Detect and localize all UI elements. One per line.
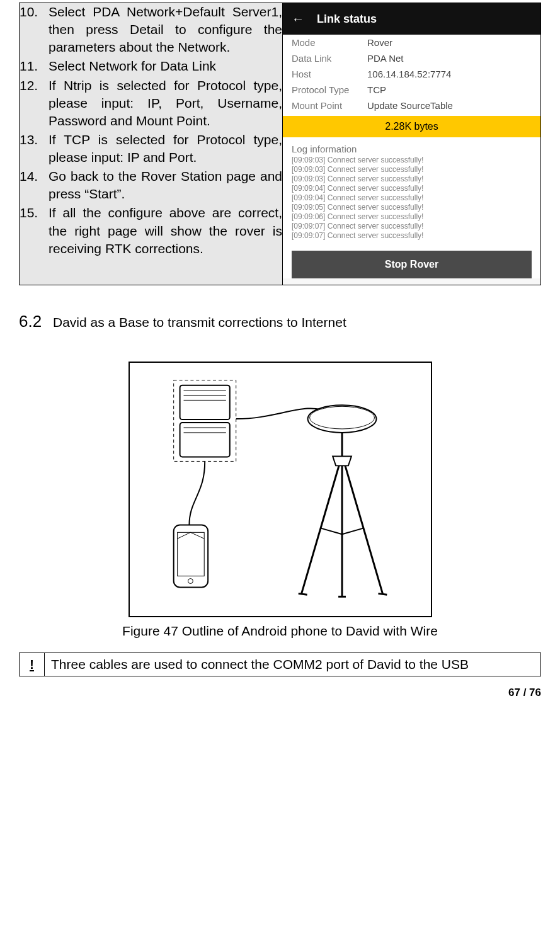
log-line: [09:09:03] Connect server successfully! [292, 156, 532, 165]
value-datalink: PDA Net [367, 53, 404, 64]
row-mount: Mount PointUpdate SourceTable [283, 98, 540, 113]
row-mode: ModeRover [283, 35, 540, 50]
step-11: Select Network for Data Link [49, 57, 282, 75]
figure-image [129, 362, 432, 617]
log-heading: Log information [283, 140, 540, 156]
svg-rect-10 [177, 532, 204, 576]
log-body: [09:09:03] Connect server successfully! … [283, 156, 540, 244]
svg-line-19 [298, 593, 307, 595]
step-14: Go back to the Rover Station page and pr… [49, 168, 282, 203]
svg-line-20 [378, 593, 387, 595]
value-mount: Update SourceTable [367, 100, 453, 111]
log-line: [09:09:07] Connect server successfully! [292, 222, 532, 231]
screen-title: Link status [317, 13, 377, 26]
title-bar: ← Link status [283, 3, 540, 35]
step-13: If TCP is selected for Protocol type, pl… [49, 131, 282, 166]
bytes-bar: 2.28K bytes [283, 116, 540, 137]
svg-point-13 [309, 406, 374, 429]
log-line: [09:09:03] Connect server successfully! [292, 174, 532, 184]
page-number: 67 / 76 [19, 687, 541, 699]
screenshot-cell: ← Link status ModeRover Data LinkPDA Net… [283, 3, 541, 285]
stop-rover-button[interactable]: Stop Rover [292, 251, 532, 278]
note-icon: ! [20, 653, 45, 676]
note-text: Three cables are used to connect the COM… [45, 653, 541, 676]
figure-caption: Figure 47 Outline of Android phone to Da… [19, 624, 541, 639]
label-protocol: Protocol Type [292, 84, 367, 95]
instruction-table: Select PDA Network+Default Server1, then… [19, 3, 541, 285]
log-line: [09:09:04] Connect server successfully! [292, 184, 532, 193]
section-heading: 6.2 David as a Base to transmit correcti… [19, 312, 541, 331]
steps-list: Select PDA Network+Default Server1, then… [20, 3, 282, 258]
log-line: [09:09:06] Connect server successfully! [292, 212, 532, 222]
phone-mock: ← Link status ModeRover Data LinkPDA Net… [283, 3, 540, 278]
back-icon[interactable]: ← [292, 12, 304, 26]
label-host: Host [292, 69, 367, 79]
step-15: If all the configure above are correct, … [49, 204, 282, 257]
value-protocol: TCP [367, 84, 386, 95]
value-host: 106.14.184.52:7774 [367, 69, 451, 79]
step-10: Select PDA Network+Default Server1, then… [49, 3, 282, 56]
figure-wrap [19, 362, 541, 617]
log-line: [09:09:04] Connect server successfully! [292, 193, 532, 203]
label-mount: Mount Point [292, 100, 367, 111]
label-mode: Mode [292, 37, 367, 48]
value-mode: Rover [367, 37, 392, 48]
log-line: [09:09:05] Connect server successfully! [292, 203, 532, 212]
section-number: 6.2 [19, 312, 42, 331]
steps-cell: Select PDA Network+Default Server1, then… [20, 3, 283, 285]
section-title: David as a Base to transmit corrections … [53, 315, 346, 329]
note-table: ! Three cables are used to connect the C… [19, 653, 541, 676]
log-line: [09:09:03] Connect server successfully! [292, 165, 532, 174]
row-host: Host106.14.184.52:7774 [283, 66, 540, 82]
row-protocol: Protocol TypeTCP [283, 82, 540, 98]
svg-marker-15 [333, 457, 351, 466]
log-line: [09:09:07] Connect server successfully! [292, 231, 532, 241]
row-datalink: Data LinkPDA Net [283, 50, 540, 66]
label-datalink: Data Link [292, 53, 367, 64]
step-12: If Ntrip is selected for Protocol type, … [49, 77, 282, 130]
